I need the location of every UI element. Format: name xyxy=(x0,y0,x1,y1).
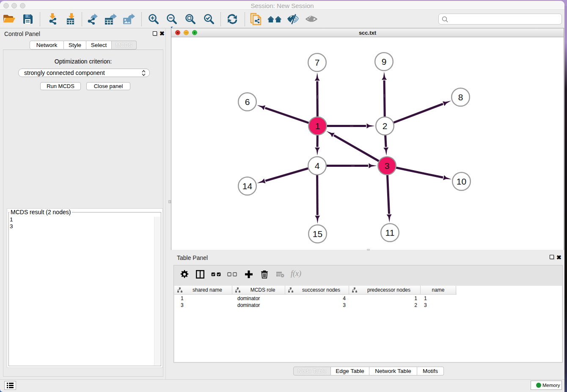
svg-text:6: 6 xyxy=(245,97,250,107)
svg-text:7: 7 xyxy=(315,58,320,67)
svg-text:9: 9 xyxy=(382,57,387,66)
svg-text:15: 15 xyxy=(313,229,322,239)
svg-text:10: 10 xyxy=(457,177,466,186)
svg-text:8: 8 xyxy=(458,92,463,102)
svg-text:11: 11 xyxy=(385,228,395,237)
svg-text:2: 2 xyxy=(383,121,388,131)
svg-text:14: 14 xyxy=(242,181,253,191)
svg-text:4: 4 xyxy=(315,161,320,171)
svg-text:3: 3 xyxy=(385,161,390,171)
svg-text:1: 1 xyxy=(315,121,320,131)
